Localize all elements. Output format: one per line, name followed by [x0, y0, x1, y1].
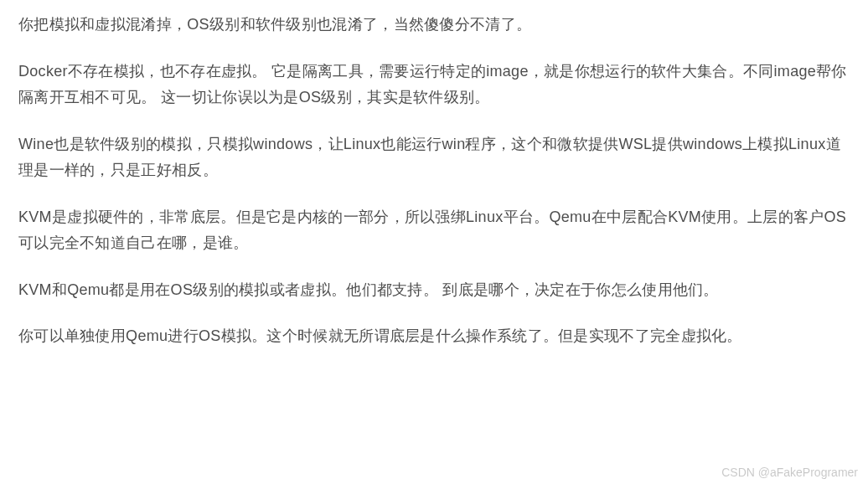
paragraph: KVM和Qemu都是用在OS级别的模拟或者虚拟。他们都支持。 到底是哪个，决定在… [18, 277, 850, 304]
article-content: 你把模拟和虚拟混淆掉，OS级别和软件级别也混淆了，当然傻傻分不清了。 Docke… [0, 0, 868, 350]
paragraph: 你可以单独使用Qemu进行OS模拟。这个时候就无所谓底层是什么操作系统了。但是实… [18, 323, 850, 350]
paragraph: KVM是虚拟硬件的，非常底层。但是它是内核的一部分，所以强绑Linux平台。Qe… [18, 204, 850, 257]
paragraph: Docker不存在模拟，也不存在虚拟。 它是隔离工具，需要运行特定的image，… [18, 59, 850, 111]
watermark: CSDN @aFakeProgramer [721, 466, 858, 479]
paragraph: 你把模拟和虚拟混淆掉，OS级别和软件级别也混淆了，当然傻傻分不清了。 [18, 12, 850, 39]
paragraph: Wine也是软件级别的模拟，只模拟windows，让Linux也能运行win程序… [18, 131, 850, 184]
